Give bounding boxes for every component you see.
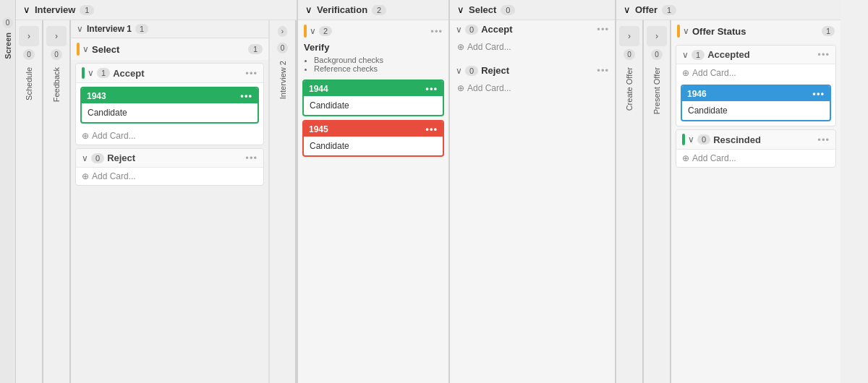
- verify-note-2: Reference checks: [314, 64, 443, 73]
- accepted-chevron[interactable]: ∨: [682, 50, 689, 60]
- col-schedule-collapsed: › 0 Schedule: [16, 20, 43, 383]
- reject2-header: ∨ 0 Reject •••: [450, 61, 615, 79]
- group-offer-badge: 1: [662, 5, 676, 15]
- reject2-menu[interactable]: •••: [597, 65, 609, 76]
- rescinded-title: Rescinded: [713, 134, 814, 145]
- accepted-add-card[interactable]: ⊕ Add Card...: [676, 64, 835, 82]
- select-chevron[interactable]: ∨: [82, 44, 89, 54]
- card-1944-body: Candidate: [304, 96, 443, 115]
- accepted-menu[interactable]: •••: [817, 49, 830, 60]
- group-interview-body: › 0 Schedule › 0 Feedback ∨ Interview 1 …: [16, 20, 297, 383]
- card-1943-menu[interactable]: •••: [240, 90, 252, 101]
- group-offer-header: ∨ Offer 1: [616, 0, 841, 20]
- subgroup-interview1-header: ∨ Interview 1 1: [71, 20, 268, 38]
- group-interview: ∨ Interview 1 › 0 Schedule › 0 Feedback …: [16, 0, 298, 383]
- group-interview-title: Interview: [35, 4, 75, 15]
- present-offer-badge: 0: [651, 49, 663, 60]
- accept2-menu[interactable]: •••: [597, 24, 609, 35]
- group-verification-badge: 2: [372, 5, 386, 15]
- col-select-interview1: ∨ Select 1 ∨ 1 Accept •••: [71, 38, 268, 383]
- accepted-header: ∨ 1 Accepted •••: [676, 46, 835, 64]
- group-interview-badge: 1: [80, 5, 94, 15]
- group-offer-body: › 0 Create Offer › 0 Present Offer ∨ Off…: [616, 20, 841, 383]
- reject-menu[interactable]: •••: [245, 152, 258, 163]
- rescinded-add-card[interactable]: ⊕ Add Card...: [676, 150, 835, 167]
- accept2-badge: 0: [465, 25, 478, 35]
- card-1946[interactable]: 1946 ••• Candidate: [681, 85, 831, 121]
- offer-status-badge: 1: [822, 26, 835, 36]
- group-offer-chevron[interactable]: ∨: [624, 4, 631, 15]
- reject2-add-card[interactable]: ⊕ Add Card...: [450, 79, 615, 97]
- card-1943[interactable]: 1943 ••• Candidate: [80, 87, 259, 124]
- reject-badge: 0: [91, 153, 104, 163]
- rescinded-menu[interactable]: •••: [817, 134, 830, 145]
- feedback-label: Feedback: [52, 67, 61, 102]
- group-offer: ∨ Offer 1 › 0 Create Offer › 0 Present O…: [616, 0, 841, 383]
- accept-menu[interactable]: •••: [245, 68, 258, 79]
- accept-header: ∨ 1 Accept •••: [76, 64, 263, 83]
- select-col-badge: 1: [248, 44, 263, 54]
- feedback-expand-btn[interactable]: ›: [46, 26, 67, 46]
- verify-title: Verify: [304, 42, 443, 53]
- present-offer-expand-btn[interactable]: ›: [647, 26, 667, 46]
- subsection-accept: ∨ 1 Accept ••• 1943 ••• Candidate: [75, 63, 264, 145]
- verify-accent-bar: [304, 25, 307, 38]
- reject2-chevron[interactable]: ∨: [456, 66, 462, 76]
- create-offer-expand-btn[interactable]: ›: [619, 26, 639, 46]
- accepted-title: Accepted: [707, 49, 814, 60]
- schedule-expand-btn[interactable]: ›: [19, 26, 39, 46]
- card-1944-header: 1944 •••: [304, 81, 443, 96]
- screen-badge: 0: [2, 17, 14, 28]
- card-1945-menu[interactable]: •••: [425, 124, 438, 134]
- rescinded-chevron[interactable]: ∨: [688, 134, 694, 145]
- card-1945[interactable]: 1945 ••• Candidate: [302, 120, 444, 157]
- accept-title: Accept: [113, 68, 242, 79]
- reject-chevron[interactable]: ∨: [82, 153, 88, 163]
- verify-notes: Background checks Reference checks: [304, 56, 443, 73]
- schedule-badge: 0: [23, 49, 35, 60]
- reject2-title: Reject: [481, 65, 594, 76]
- group-verification-body: ∨ 2 ••• Verify Background checks Referen…: [298, 20, 448, 383]
- reject-add-card-btn[interactable]: ⊕ Add Card...: [76, 168, 263, 185]
- group-verification-chevron[interactable]: ∨: [305, 4, 312, 15]
- card-1944-menu[interactable]: •••: [425, 83, 438, 94]
- accept-chevron[interactable]: ∨: [88, 68, 94, 78]
- subgroup-interview1: ∨ Interview 1 1 ∨ Select 1: [71, 20, 269, 383]
- verify-col-header: ∨ 2 •••: [298, 20, 448, 42]
- group-select-chevron[interactable]: ∨: [457, 4, 464, 15]
- group-interview-chevron[interactable]: ∨: [23, 4, 30, 15]
- interview2-badge-top: ›: [278, 26, 287, 37]
- card-1946-body: Candidate: [682, 101, 830, 120]
- card-1945-body: Candidate: [304, 137, 443, 155]
- reject-add-label: Add Card...: [92, 171, 136, 181]
- card-1946-menu[interactable]: •••: [812, 88, 825, 99]
- offer-status-title: Offer Status: [692, 26, 819, 37]
- subgroup-interview1-badge: 1: [135, 24, 148, 34]
- accept2-add-card[interactable]: ⊕ Add Card...: [450, 38, 615, 56]
- card-1943-id: 1943: [87, 91, 106, 101]
- screen-sidebar: 0 Screen: [0, 0, 16, 383]
- subgroup-interview1-chevron[interactable]: ∨: [77, 24, 83, 34]
- offer-status-chevron[interactable]: ∨: [683, 26, 689, 36]
- card-1946-header: 1946 •••: [682, 86, 830, 101]
- group-offer-title: Offer: [635, 4, 658, 15]
- accept-accent: [82, 67, 85, 79]
- interview2-label: Interview 2: [278, 61, 287, 99]
- rescinded-badge: 0: [697, 134, 710, 145]
- rescinded-add-icon: ⊕: [682, 153, 689, 163]
- group-verification-title: Verification: [317, 4, 367, 15]
- accept-add-card-btn[interactable]: ⊕ Add Card...: [76, 127, 263, 145]
- reject-title: Reject: [107, 152, 242, 163]
- subsection-rescinded: ∨ 0 Rescinded ••• ⊕ Add Card...: [676, 129, 836, 168]
- present-offer-label: Present Offer: [652, 67, 661, 114]
- accept2-add-icon: ⊕: [457, 42, 464, 52]
- col-select2: ∨ 0 Accept ••• ⊕ Add Card... ∨ 0 Reject …: [450, 20, 615, 383]
- accept-add-label: Add Card...: [92, 131, 136, 141]
- verify-chevron[interactable]: ∨: [310, 26, 316, 36]
- card-1944[interactable]: 1944 ••• Candidate: [302, 79, 444, 116]
- accept2-chevron[interactable]: ∨: [456, 25, 462, 35]
- verify-menu[interactable]: •••: [430, 26, 443, 37]
- accept2-title: Accept: [481, 24, 594, 35]
- subgroup-interview1-title: Interview 1: [87, 24, 132, 34]
- group-select: ∨ Select 0 ∨ 0 Accept ••• ⊕ Add Card...: [450, 0, 616, 383]
